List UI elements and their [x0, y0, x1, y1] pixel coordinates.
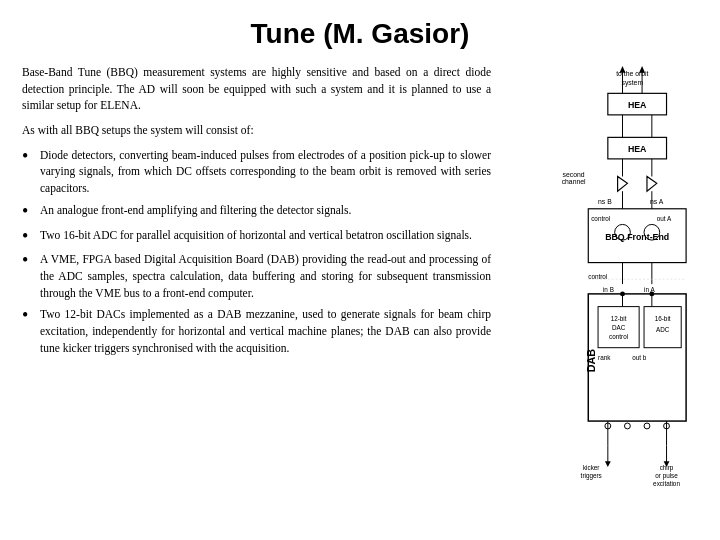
list-item: • An analogue front-end amplifying and f…	[22, 202, 491, 222]
content-row: Base-Band Tune (BBQ) measurement systems…	[22, 64, 698, 528]
svg-text:HEA: HEA	[628, 144, 647, 154]
bullet-text-4: A VME, FPGA based Digital Acquisition Bo…	[40, 251, 491, 301]
svg-text:out b: out b	[632, 354, 647, 361]
svg-marker-60	[605, 461, 611, 467]
page-title: Tune (M. Gasior)	[22, 18, 698, 50]
bullet-text-2: An analogue front-end amplifying and fil…	[40, 202, 491, 219]
svg-text:triggers: triggers	[581, 472, 602, 480]
svg-text:ns B: ns B	[598, 198, 612, 205]
svg-text:DAB: DAB	[585, 349, 597, 373]
svg-text:control: control	[609, 333, 628, 340]
svg-text:control: control	[591, 215, 610, 222]
page: Tune (M. Gasior) Base-Band Tune (BBQ) me…	[0, 0, 720, 540]
bullet-list: • Diode detectors, converting beam-induc…	[22, 147, 491, 357]
paragraph2-intro: As with all BBQ setups the system will c…	[22, 122, 491, 139]
svg-marker-16	[618, 177, 628, 192]
diagram-column: to the orbit system HEA HEA	[503, 64, 698, 528]
list-item: • Diode detectors, converting beam-induc…	[22, 147, 491, 197]
svg-text:in A: in A	[644, 286, 655, 293]
bullet-dot: •	[22, 227, 36, 247]
bullet-dot: •	[22, 147, 36, 167]
svg-marker-17	[647, 177, 657, 192]
svg-text:or pulse: or pulse	[655, 472, 678, 480]
bullet-dot: •	[22, 306, 36, 326]
circuit-diagram: to the orbit system HEA HEA	[503, 64, 698, 514]
bullet-text-1: Diode detectors, converting beam-induced…	[40, 147, 491, 197]
svg-text:kicker: kicker	[583, 464, 600, 471]
svg-text:excitation: excitation	[653, 480, 680, 487]
svg-text:ADC: ADC	[656, 326, 670, 333]
bullet-dot: •	[22, 202, 36, 222]
svg-text:16-bit: 16-bit	[655, 315, 671, 322]
svg-point-46	[620, 291, 625, 296]
svg-point-52	[644, 423, 650, 429]
svg-text:second: second	[563, 171, 585, 178]
svg-text:HEA: HEA	[628, 100, 647, 110]
svg-text:system: system	[621, 79, 643, 87]
svg-text:rank: rank	[598, 354, 611, 361]
svg-text:channel: channel	[562, 178, 586, 185]
svg-point-47	[649, 291, 654, 296]
list-item: • A VME, FPGA based Digital Acquisition …	[22, 251, 491, 301]
bullet-text-5: Two 12-bit DACs implemented as a DAB mez…	[40, 306, 491, 356]
svg-text:12-bit: 12-bit	[611, 315, 627, 322]
svg-text:in B: in B	[603, 286, 614, 293]
bullet-dot: •	[22, 251, 36, 271]
text-column: Base-Band Tune (BBQ) measurement systems…	[22, 64, 491, 528]
svg-point-51	[624, 423, 630, 429]
list-item: • Two 12-bit DACs implemented as a DAB m…	[22, 306, 491, 356]
bullet-text-3: Two 16-bit ADC for parallel acquisition …	[40, 227, 491, 244]
list-item: • Two 16-bit ADC for parallel acquisitio…	[22, 227, 491, 247]
paragraph1: Base-Band Tune (BBQ) measurement systems…	[22, 64, 491, 114]
svg-text:DAC: DAC	[612, 324, 626, 331]
svg-text:out A: out A	[657, 215, 672, 222]
